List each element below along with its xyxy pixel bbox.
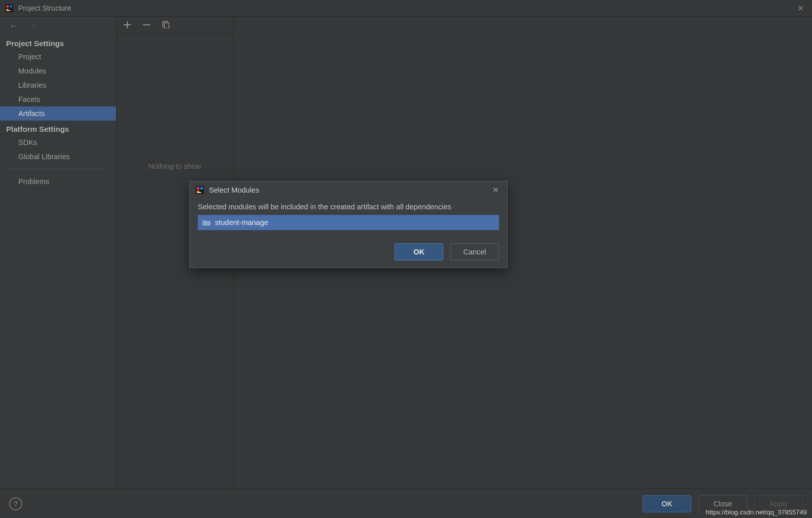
modal-overlay: Select Modules ✕ Selected modules will b… xyxy=(0,0,812,518)
svg-rect-9 xyxy=(197,187,199,190)
select-modules-dialog: Select Modules ✕ Selected modules will b… xyxy=(189,181,508,268)
modal-cancel-button[interactable]: Cancel xyxy=(450,243,499,261)
project-structure-window: Project Structure ✕ ← → Project Settings… xyxy=(0,0,812,518)
modal-ok-button[interactable]: OK xyxy=(395,243,443,261)
modal-buttons: OK Cancel xyxy=(190,237,507,268)
svg-rect-10 xyxy=(200,187,203,190)
modal-titlebar: Select Modules ✕ xyxy=(190,181,507,199)
modal-title: Select Modules xyxy=(209,186,259,194)
svg-rect-12 xyxy=(197,192,201,193)
module-folder-icon xyxy=(202,219,211,226)
watermark: https://blog.csdn.net/qq_37855749 xyxy=(706,508,807,516)
module-item-label: student-manage xyxy=(215,218,268,227)
module-item-student-manage[interactable]: student-manage xyxy=(198,215,499,230)
modal-body: Selected modules will be included in the… xyxy=(190,199,507,237)
modal-message: Selected modules will be included in the… xyxy=(198,203,499,211)
intellij-icon xyxy=(196,186,204,194)
module-list: student-manage xyxy=(198,215,499,230)
modal-close-icon[interactable]: ✕ xyxy=(490,186,501,195)
